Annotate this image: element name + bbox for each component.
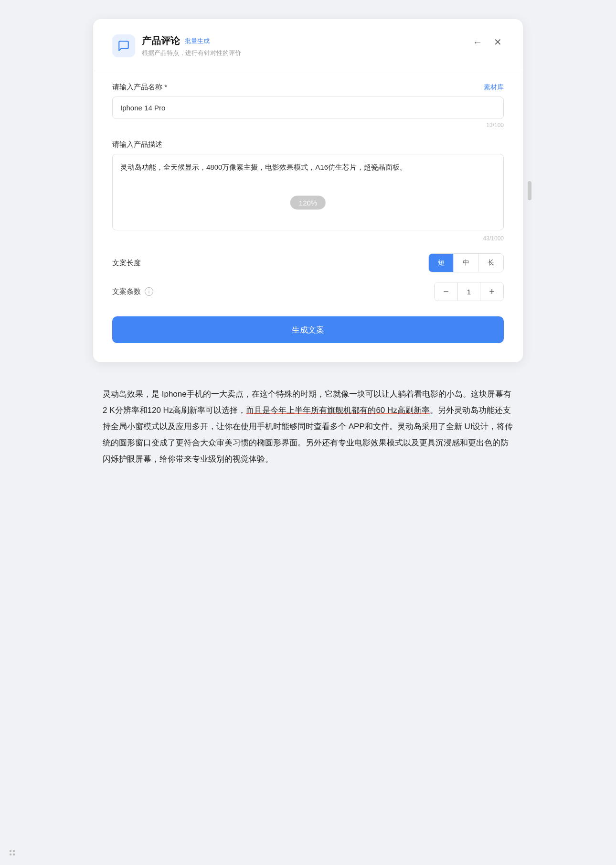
dot1 bbox=[10, 850, 11, 852]
decrement-button[interactable]: − bbox=[435, 282, 457, 301]
dot3 bbox=[10, 854, 11, 855]
batch-generate-link[interactable]: 批量生成 bbox=[185, 37, 210, 45]
back-button[interactable]: ← bbox=[471, 35, 484, 50]
product-name-input[interactable] bbox=[112, 97, 504, 119]
header-icon-wrap bbox=[112, 34, 135, 57]
count-setting-row: 文案条数 i − 1 + bbox=[112, 282, 504, 301]
underline-text: 而且是今年上半年所有旗舰机都有的60 Hz高刷新率 bbox=[246, 406, 429, 415]
product-name-section: 请输入产品名称 * 素材库 13/100 bbox=[112, 83, 504, 129]
product-desc-section: 请输入产品描述 120% 43/1000 bbox=[112, 140, 504, 242]
textarea-wrap: 120% bbox=[112, 154, 504, 232]
count-value: 1 bbox=[457, 282, 480, 301]
header-title-row: 产品评论 批量生成 bbox=[142, 34, 241, 47]
result-text: 灵动岛效果，是 Iphone手机的一大卖点，在这个特殊的时期，它就像一块可以让人… bbox=[103, 386, 513, 467]
product-review-card: 产品评论 批量生成 根据产品特点，进行有针对性的评价 ← ✕ 请输入产品名称 *… bbox=[93, 19, 523, 362]
generate-button[interactable]: 生成文案 bbox=[112, 316, 504, 343]
length-label: 文案长度 bbox=[112, 259, 141, 268]
product-name-label-row: 请输入产品名称 * 素材库 bbox=[112, 83, 504, 92]
count-stepper: − 1 + bbox=[434, 282, 504, 301]
header-left: 产品评论 批量生成 根据产品特点，进行有针对性的评价 bbox=[112, 34, 241, 57]
count-info-icon[interactable]: i bbox=[145, 287, 153, 296]
length-medium-button[interactable]: 中 bbox=[454, 254, 478, 272]
increment-button[interactable]: + bbox=[480, 282, 503, 301]
count-label: 文案条数 bbox=[112, 287, 141, 296]
header-actions: ← ✕ bbox=[471, 34, 504, 50]
material-library-link[interactable]: 素材库 bbox=[484, 83, 504, 92]
header-divider bbox=[93, 71, 523, 71]
count-label-wrap: 文案条数 i bbox=[112, 287, 153, 296]
dot4 bbox=[13, 854, 15, 855]
chat-icon bbox=[117, 40, 130, 52]
dialog-subtitle: 根据产品特点，进行有针对性的评价 bbox=[142, 49, 241, 57]
product-desc-input[interactable] bbox=[112, 154, 504, 230]
dialog-title: 产品评论 bbox=[142, 34, 180, 47]
card-header: 产品评论 批量生成 根据产品特点，进行有针对性的评价 ← ✕ bbox=[112, 34, 504, 57]
product-name-label: 请输入产品名称 * bbox=[112, 83, 167, 92]
bottom-dots bbox=[10, 850, 15, 855]
result-section: 灵动岛效果，是 Iphone手机的一大卖点，在这个特殊的时期，它就像一块可以让人… bbox=[93, 386, 523, 467]
close-button[interactable]: ✕ bbox=[492, 34, 504, 50]
product-desc-label-row: 请输入产品描述 bbox=[112, 140, 504, 149]
length-buttons: 短 中 长 bbox=[428, 253, 504, 272]
length-long-button[interactable]: 长 bbox=[478, 254, 503, 272]
product-desc-char-count: 43/1000 bbox=[112, 235, 504, 242]
length-short-button[interactable]: 短 bbox=[429, 254, 454, 272]
product-desc-label: 请输入产品描述 bbox=[112, 140, 162, 149]
length-setting-row: 文案长度 短 中 长 bbox=[112, 253, 504, 272]
side-handle bbox=[528, 181, 531, 200]
dot2 bbox=[13, 850, 15, 852]
header-title-block: 产品评论 批量生成 根据产品特点，进行有针对性的评价 bbox=[142, 34, 241, 57]
product-name-char-count: 13/100 bbox=[112, 122, 504, 129]
